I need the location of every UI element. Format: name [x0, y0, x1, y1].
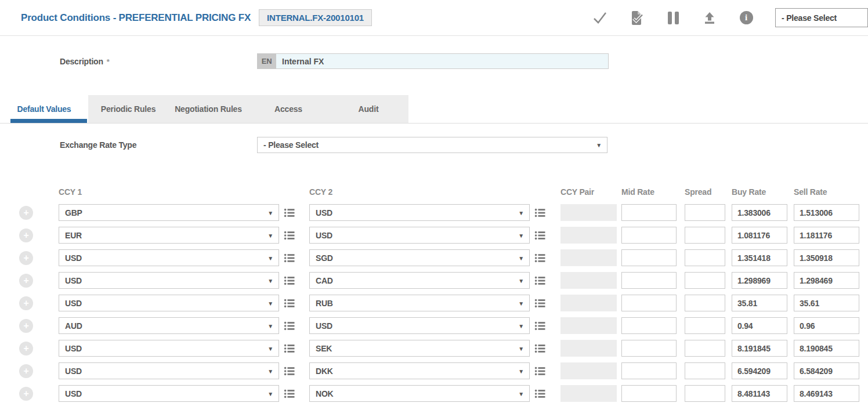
ccy1-select[interactable]: GBP ▼ [59, 204, 279, 221]
ccy1-lookup-list-icon[interactable] [284, 252, 295, 264]
ccy2-lookup-list-icon[interactable] [534, 297, 546, 309]
ccy2-lookup-list-icon[interactable] [534, 388, 546, 400]
spread-input[interactable] [685, 362, 725, 379]
ccy1-lookup-list-icon[interactable] [284, 297, 295, 309]
spread-input[interactable] [685, 227, 725, 244]
add-row-button[interactable]: + [19, 228, 33, 242]
upload-icon[interactable] [702, 10, 717, 26]
mid-rate-input[interactable] [621, 317, 677, 334]
ccy2-lookup-list-icon[interactable] [534, 275, 546, 286]
ccy1-lookup-list-icon[interactable] [284, 230, 295, 241]
col-header-ccy2: CCY 2 [309, 187, 560, 197]
col-header-spread: Spread [685, 187, 732, 197]
description-input[interactable] [276, 53, 609, 69]
header-action-select[interactable]: - Please Select [775, 8, 868, 27]
ccy1-value: GBP [65, 208, 82, 217]
spread-input[interactable] [685, 295, 725, 311]
mid-rate-input[interactable] [621, 227, 677, 244]
check-icon[interactable] [592, 10, 607, 26]
ccy1-select[interactable]: USD ▼ [59, 340, 279, 357]
ccy2-lookup-list-icon[interactable] [534, 252, 546, 264]
buy-rate-input[interactable]: 1.351418 [732, 249, 787, 266]
ccy1-lookup-list-icon[interactable] [284, 320, 295, 332]
exchange-rate-type-select[interactable]: - Please Select ▼ [257, 137, 607, 153]
ccy2-select[interactable]: SGD ▼ [309, 249, 530, 266]
ccy2-select[interactable]: RUB ▼ [309, 295, 530, 311]
ccy1-select[interactable]: USD ▼ [59, 272, 279, 289]
document-check-icon[interactable] [629, 10, 644, 26]
spread-input[interactable] [685, 249, 725, 266]
tab-access[interactable]: Access [248, 95, 328, 123]
sell-rate-input[interactable]: 8.469143 [794, 385, 859, 402]
mid-rate-input[interactable] [621, 340, 677, 357]
exchange-rate-type-label: Exchange Rate Type [60, 140, 136, 150]
sell-rate-input[interactable]: 6.584209 [794, 362, 859, 379]
ccy2-lookup-list-icon[interactable] [534, 230, 546, 241]
ccy1-select[interactable]: USD ▼ [59, 249, 279, 266]
add-row-button[interactable]: + [19, 319, 33, 333]
add-row-button[interactable]: + [19, 274, 33, 288]
sell-rate-input[interactable]: 1.298469 [794, 272, 859, 289]
tab-negotiation-rules[interactable]: Negotiation Rules [168, 95, 248, 123]
ccy2-select[interactable]: USD ▼ [309, 317, 530, 334]
sell-rate-input[interactable]: 1.350918 [794, 249, 859, 266]
add-row-button[interactable]: + [19, 387, 33, 401]
ccy2-select[interactable]: DKK ▼ [309, 362, 530, 379]
buy-rate-input[interactable]: 1.383006 [732, 204, 787, 221]
add-row-button[interactable]: + [19, 342, 33, 355]
mid-rate-input[interactable] [621, 272, 677, 289]
tab-audit[interactable]: Audit [328, 95, 408, 123]
spread-input[interactable] [685, 272, 725, 289]
ccy1-select[interactable]: USD ▼ [59, 385, 279, 402]
buy-rate-input[interactable]: 35.81 [732, 295, 787, 311]
ccy1-lookup-list-icon[interactable] [284, 388, 295, 400]
ccy1-select[interactable]: AUD ▼ [59, 317, 279, 334]
buy-rate-input[interactable]: 8.481143 [732, 385, 787, 402]
sell-rate-input[interactable]: 8.190845 [794, 340, 859, 357]
chevron-down-icon: ▼ [518, 232, 524, 238]
ccy2-lookup-list-icon[interactable] [534, 207, 546, 219]
ccy1-lookup-list-icon[interactable] [284, 207, 295, 219]
sell-rate-input[interactable]: 0.96 [794, 317, 859, 334]
ccy2-lookup-list-icon[interactable] [534, 320, 546, 332]
ccy2-select[interactable]: NOK ▼ [309, 385, 530, 402]
ccy1-select[interactable]: USD ▼ [59, 295, 279, 311]
tab-default-values[interactable]: Default Values [0, 95, 88, 123]
ccy2-select[interactable]: SEK ▼ [309, 340, 530, 357]
ccy1-lookup-list-icon[interactable] [284, 365, 295, 377]
add-row-button[interactable]: + [19, 364, 33, 378]
mid-rate-input[interactable] [621, 295, 677, 311]
add-row-button[interactable]: + [19, 251, 33, 265]
spread-input[interactable] [685, 340, 725, 357]
pause-icon[interactable] [666, 10, 681, 26]
sell-rate-input[interactable]: 1.513006 [794, 204, 859, 221]
tab-periodic-rules[interactable]: Periodic Rules [88, 95, 168, 123]
buy-rate-input[interactable]: 1.081176 [732, 227, 787, 244]
mid-rate-input[interactable] [621, 204, 677, 221]
ccy-pair-field [560, 317, 617, 334]
mid-rate-input[interactable] [621, 362, 677, 379]
sell-rate-input[interactable]: 35.61 [794, 295, 859, 311]
spread-input[interactable] [685, 385, 725, 402]
ccy2-select[interactable]: USD ▼ [309, 227, 530, 244]
ccy2-lookup-list-icon[interactable] [534, 365, 546, 377]
ccy1-lookup-list-icon[interactable] [284, 343, 295, 354]
ccy1-select[interactable]: EUR ▼ [59, 227, 279, 244]
spread-input[interactable] [685, 317, 725, 334]
add-row-button[interactable]: + [19, 296, 33, 310]
buy-rate-input[interactable]: 1.298969 [732, 272, 787, 289]
ccy1-lookup-list-icon[interactable] [284, 275, 295, 286]
ccy2-select[interactable]: USD ▼ [309, 204, 530, 221]
info-icon[interactable]: i [739, 10, 754, 26]
buy-rate-input[interactable]: 6.594209 [732, 362, 787, 379]
buy-rate-input[interactable]: 8.191845 [732, 340, 787, 357]
ccy2-select[interactable]: CAD ▼ [309, 272, 530, 289]
sell-rate-input[interactable]: 1.181176 [794, 227, 859, 244]
mid-rate-input[interactable] [621, 385, 677, 402]
buy-rate-input[interactable]: 0.94 [732, 317, 787, 334]
ccy1-select[interactable]: USD ▼ [59, 362, 279, 379]
mid-rate-input[interactable] [621, 249, 677, 266]
spread-input[interactable] [685, 204, 725, 221]
ccy2-lookup-list-icon[interactable] [534, 343, 546, 354]
add-row-button[interactable]: + [19, 206, 33, 220]
